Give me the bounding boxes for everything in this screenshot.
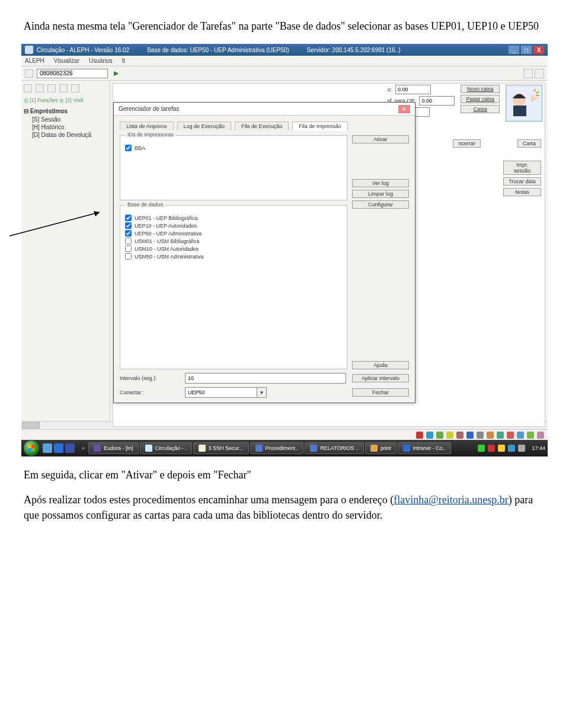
chevron-down-icon[interactable]: ▼ xyxy=(257,387,267,398)
start-button[interactable] xyxy=(24,440,39,456)
btn-ajuda[interactable]: Ajuda xyxy=(352,361,409,369)
tray-icon[interactable] xyxy=(517,432,524,439)
systray-icon[interactable] xyxy=(498,445,505,452)
app-title-c: Servidor: 200.145.5.202:6991 (16..) xyxy=(307,47,401,53)
toolbar-icon[interactable] xyxy=(25,69,33,78)
btn-configurar[interactable]: Configurar xyxy=(352,200,409,209)
btn-caixa[interactable]: Caixa xyxy=(461,105,500,113)
toolbar-btn-1[interactable] xyxy=(523,69,533,78)
ql-icon[interactable] xyxy=(43,443,52,453)
chk-db-row[interactable]: USM01 - USM Bibliográfica xyxy=(125,237,342,245)
systray-icon[interactable] xyxy=(518,445,525,452)
fld-b-input[interactable] xyxy=(419,96,455,106)
chk-db-row[interactable]: UEP10 - UEP Autoridades xyxy=(125,222,342,229)
tray-icon[interactable] xyxy=(416,432,423,439)
taskbar-item[interactable]: Intranet - Co.. xyxy=(398,442,451,454)
menu-visualizar[interactable]: Visualizar xyxy=(54,58,79,64)
id-input[interactable] xyxy=(37,69,108,78)
tool-icon-4[interactable] xyxy=(59,84,68,92)
chk-db-row[interactable]: UEP50 - UEP Administrativa xyxy=(125,229,342,237)
ql-icon[interactable] xyxy=(65,443,75,453)
tray-icon[interactable] xyxy=(466,432,474,439)
chk-db-box[interactable] xyxy=(125,230,132,237)
btn-trocar-data[interactable]: Trocar data xyxy=(503,177,541,186)
app-title-b: Base de dados: UEP50 - UEP Administrativ… xyxy=(147,47,289,53)
ql-more[interactable]: » xyxy=(82,445,85,451)
btn-pagar-caixa[interactable]: Pagar caixa xyxy=(461,95,500,103)
maximize-button[interactable]: □ xyxy=(521,46,532,54)
chk-db-row[interactable]: USM50 - USM Administrativa xyxy=(125,253,342,260)
chk-db-box[interactable] xyxy=(125,245,132,252)
tree-root-label: Empréstimos xyxy=(30,108,68,114)
panel-tabs[interactable]: ◎ [1] Funções ◎ [2] Visã xyxy=(24,96,107,107)
btn-impr-sessao[interactable]: Impr. sessão xyxy=(503,161,541,175)
toolbar-btn-2[interactable] xyxy=(535,69,544,78)
menu-usuarios[interactable]: Usuários xyxy=(89,58,112,64)
tool-icon-3[interactable] xyxy=(47,84,56,92)
btn-aplicar-intervalo[interactable]: Aplicar intervalo xyxy=(352,374,409,382)
row-conectar: Conectar : ▼ Fechar xyxy=(120,387,409,398)
btn-encerrar[interactable]: ncerrar xyxy=(453,139,481,148)
chk-bba[interactable]: BBA xyxy=(125,144,342,152)
chk-db-box[interactable] xyxy=(125,238,132,244)
taskbar-item-icon xyxy=(310,445,317,452)
chk-db-box[interactable] xyxy=(125,253,132,260)
tray-icon[interactable] xyxy=(456,432,463,439)
tool-icon-2[interactable] xyxy=(36,84,44,92)
menu-it[interactable]: It xyxy=(122,58,125,64)
menu-aleph[interactable]: ALEPH xyxy=(25,58,44,64)
chk-db-box[interactable] xyxy=(125,222,132,229)
close-button[interactable]: X xyxy=(533,46,544,54)
select-conectar[interactable] xyxy=(185,387,257,398)
ql-icon[interactable] xyxy=(54,443,63,453)
systray-icon[interactable] xyxy=(488,445,495,452)
dialog-close-button[interactable]: ✕ xyxy=(398,105,410,113)
btn-carta[interactable]: Carta xyxy=(517,139,541,148)
systray-icon[interactable] xyxy=(478,445,485,452)
tree-item-sessao[interactable]: [S] Sessão xyxy=(24,116,107,123)
taskbar-item[interactable]: RELATÓRIOS .. xyxy=(305,442,364,454)
taskbar-item[interactable]: Procediment.. xyxy=(250,442,304,454)
after2-prefix: Após realizar todos estes procedimentos … xyxy=(24,494,394,506)
chk-db-row[interactable]: USM10 - USM Autoridades xyxy=(125,245,342,253)
systray-icon[interactable] xyxy=(508,445,515,452)
tab-fila-impressao[interactable]: Fila de Impressão xyxy=(292,122,348,130)
tree-item-datas[interactable]: [D] Datas de Devoluçã xyxy=(24,131,107,139)
tool-icon-5[interactable] xyxy=(71,84,79,92)
tray-icon[interactable] xyxy=(446,432,453,439)
btn-ver-log[interactable]: Ver log xyxy=(352,179,409,187)
taskbar-item[interactable]: Eudora - [In] xyxy=(88,442,139,454)
tray-icon[interactable] xyxy=(537,432,544,439)
tray-icon[interactable] xyxy=(527,432,534,439)
tray-icon[interactable] xyxy=(477,432,484,439)
tab-fila-execucao[interactable]: Fila de Execução xyxy=(235,122,289,130)
input-intervalo[interactable] xyxy=(185,373,346,384)
app-titlebar: Circulação - ALEPH - Versão 16.02 Base d… xyxy=(21,44,548,56)
tray-icon[interactable] xyxy=(426,432,433,439)
btn-notas[interactable]: Notas xyxy=(503,188,541,196)
tray-icon[interactable] xyxy=(436,432,443,439)
tray-icon[interactable] xyxy=(507,432,514,439)
fld-a-input[interactable] xyxy=(395,85,431,94)
minimize-button[interactable]: _ xyxy=(509,46,519,54)
chk-db-row[interactable]: UEP01 - UEP Bibliográfica xyxy=(125,214,342,222)
tree-item-historico[interactable]: [H] Histórico xyxy=(24,123,107,131)
btn-fechar[interactable]: Fechar xyxy=(352,388,409,397)
taskbar-item[interactable]: Circulação - . xyxy=(140,442,192,454)
chk-db-box[interactable] xyxy=(125,215,132,221)
btn-ativar[interactable]: Ativar xyxy=(352,135,409,143)
email-link[interactable]: flavinha@reitoria.unesp.br xyxy=(394,494,509,506)
tool-icon-1[interactable] xyxy=(24,84,32,92)
app-body: ◎ [1] Funções ◎ [2] Visã ⊟ Empréstimos [… xyxy=(21,81,548,429)
taskbar-item[interactable]: 3 SSH Secur... xyxy=(193,442,249,454)
go-icon[interactable]: ▶ xyxy=(114,69,119,77)
tab-lista-arquivos[interactable]: Lista de Arquivos xyxy=(120,122,174,130)
btn-novo-caixa[interactable]: Novo caixa xyxy=(461,85,500,93)
tray-icon[interactable] xyxy=(487,432,494,439)
taskbar-item[interactable]: print xyxy=(365,442,397,454)
chk-bba-box[interactable] xyxy=(125,145,132,151)
tray-icon[interactable] xyxy=(497,432,504,439)
btn-limpar-log[interactable]: Limpar log xyxy=(352,190,409,198)
tab-log-execucao[interactable]: Log de Execução xyxy=(177,122,232,130)
tree-root[interactable]: ⊟ Empréstimos xyxy=(24,107,107,116)
